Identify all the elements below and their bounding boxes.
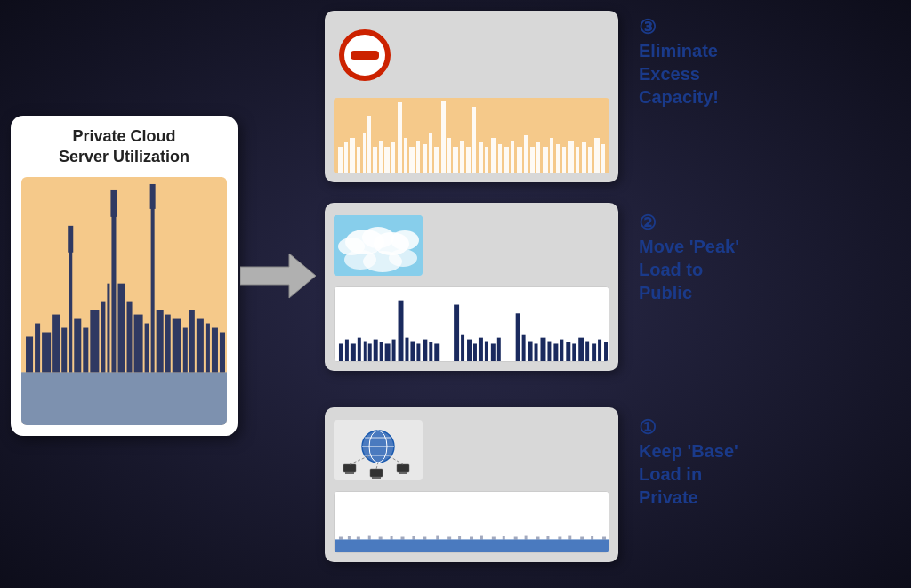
svg-rect-142 — [335, 539, 609, 552]
svg-rect-124 — [598, 340, 601, 361]
card1-chart — [334, 491, 609, 553]
svg-rect-116 — [547, 342, 551, 361]
svg-rect-6 — [69, 248, 72, 373]
svg-rect-135 — [372, 477, 381, 479]
svg-rect-13 — [117, 283, 125, 372]
svg-rect-166 — [591, 536, 593, 540]
svg-rect-5 — [61, 327, 67, 372]
svg-rect-115 — [540, 338, 545, 361]
svg-rect-88 — [351, 343, 356, 361]
svg-rect-91 — [368, 343, 372, 361]
svg-rect-104 — [461, 335, 464, 361]
svg-rect-120 — [572, 343, 576, 361]
svg-rect-47 — [423, 144, 427, 173]
svg-rect-36 — [357, 147, 360, 173]
svg-rect-60 — [504, 147, 509, 173]
card-base — [325, 407, 618, 562]
svg-rect-110 — [497, 338, 501, 361]
svg-rect-145 — [357, 537, 360, 540]
svg-rect-42 — [391, 142, 395, 173]
svg-rect-99 — [416, 343, 420, 361]
svg-rect-109 — [491, 343, 496, 361]
card2-text: Move 'Peak' Load to Public — [639, 235, 739, 304]
svg-rect-15 — [134, 314, 143, 372]
svg-rect-65 — [536, 142, 540, 173]
card2-chart — [334, 286, 609, 362]
svg-rect-160 — [525, 536, 528, 540]
card1-top — [334, 416, 609, 484]
svg-rect-19 — [165, 314, 171, 372]
svg-rect-54 — [466, 147, 471, 173]
svg-rect-111 — [516, 313, 520, 361]
svg-rect-132 — [343, 464, 356, 472]
card3-chart — [334, 98, 609, 173]
svg-rect-22 — [189, 310, 195, 372]
svg-rect-157 — [492, 537, 496, 540]
svg-rect-165 — [580, 537, 584, 540]
svg-rect-161 — [536, 537, 540, 540]
cloud-image — [334, 215, 423, 276]
svg-rect-10 — [101, 301, 105, 372]
svg-rect-69 — [562, 147, 566, 173]
svg-rect-44 — [404, 138, 407, 173]
svg-rect-151 — [423, 537, 426, 540]
direction-arrow — [240, 249, 316, 302]
svg-rect-38 — [367, 116, 371, 173]
svg-rect-155 — [470, 537, 473, 540]
card3-num: ③ — [639, 16, 719, 39]
svg-rect-137 — [399, 472, 407, 474]
svg-rect-67 — [550, 138, 553, 173]
svg-rect-159 — [514, 537, 518, 540]
svg-rect-73 — [588, 147, 592, 173]
svg-rect-34 — [344, 142, 348, 173]
svg-rect-55 — [472, 107, 476, 173]
svg-rect-94 — [385, 343, 391, 361]
svg-rect-156 — [480, 536, 483, 540]
svg-rect-49 — [434, 147, 439, 173]
svg-rect-12 — [111, 213, 116, 372]
svg-rect-2 — [35, 323, 40, 372]
svg-rect-28 — [110, 190, 117, 217]
svg-rect-43 — [398, 102, 402, 173]
svg-rect-21 — [183, 327, 188, 372]
svg-rect-33 — [338, 147, 343, 173]
svg-rect-71 — [576, 147, 579, 173]
svg-rect-57 — [485, 147, 488, 173]
svg-rect-14 — [127, 301, 133, 372]
svg-rect-32 — [351, 51, 379, 60]
svg-rect-162 — [546, 536, 549, 540]
card2-num: ② — [639, 212, 739, 235]
svg-rect-29 — [150, 184, 156, 209]
svg-rect-123 — [592, 343, 596, 361]
card-peak — [325, 203, 618, 371]
svg-rect-100 — [423, 340, 427, 361]
svg-rect-122 — [585, 342, 589, 361]
svg-rect-46 — [416, 141, 420, 173]
svg-rect-108 — [485, 342, 488, 361]
svg-rect-118 — [560, 340, 563, 361]
svg-rect-144 — [348, 536, 351, 540]
svg-rect-143 — [339, 537, 343, 540]
svg-rect-86 — [339, 343, 343, 361]
svg-rect-27 — [68, 226, 73, 253]
svg-rect-158 — [503, 536, 505, 540]
card2-label: ② Move 'Peak' Load to Public — [639, 212, 739, 304]
svg-rect-87 — [345, 340, 349, 361]
left-card: Private CloudServer Utilization — [11, 116, 238, 436]
left-card-title: Private CloudServer Utilization — [59, 126, 189, 168]
svg-rect-121 — [578, 338, 584, 361]
svg-rect-153 — [447, 537, 451, 540]
svg-rect-59 — [498, 144, 502, 173]
svg-rect-102 — [434, 343, 439, 361]
svg-rect-72 — [582, 142, 586, 173]
network-image — [334, 420, 423, 480]
no-entry-icon — [334, 24, 396, 86]
svg-rect-105 — [467, 340, 472, 361]
svg-rect-136 — [397, 464, 409, 472]
svg-rect-8 — [83, 327, 88, 372]
svg-rect-64 — [530, 147, 535, 173]
svg-rect-23 — [197, 318, 204, 372]
card1-num: ① — [639, 416, 738, 439]
svg-rect-154 — [458, 536, 461, 540]
card3-label: ③ Eliminate Excess Capacity! — [639, 16, 719, 109]
